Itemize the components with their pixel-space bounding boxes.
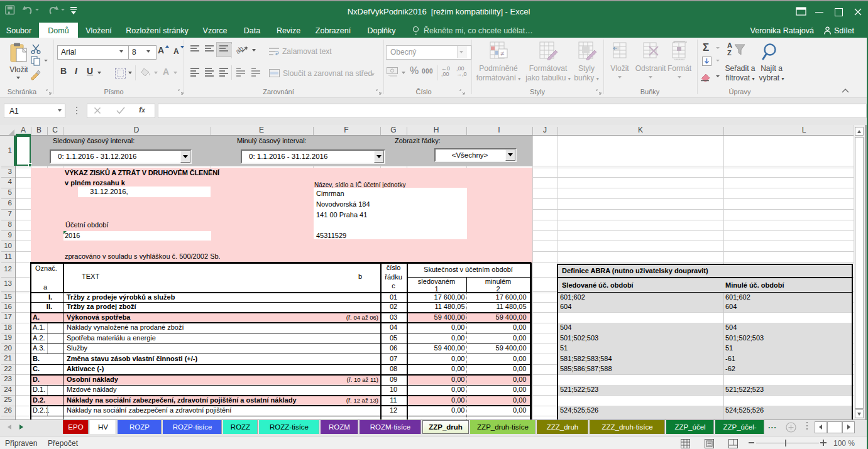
svg-text:≠: ≠ (500, 50, 504, 57)
svg-text:ab: ab (236, 45, 244, 55)
